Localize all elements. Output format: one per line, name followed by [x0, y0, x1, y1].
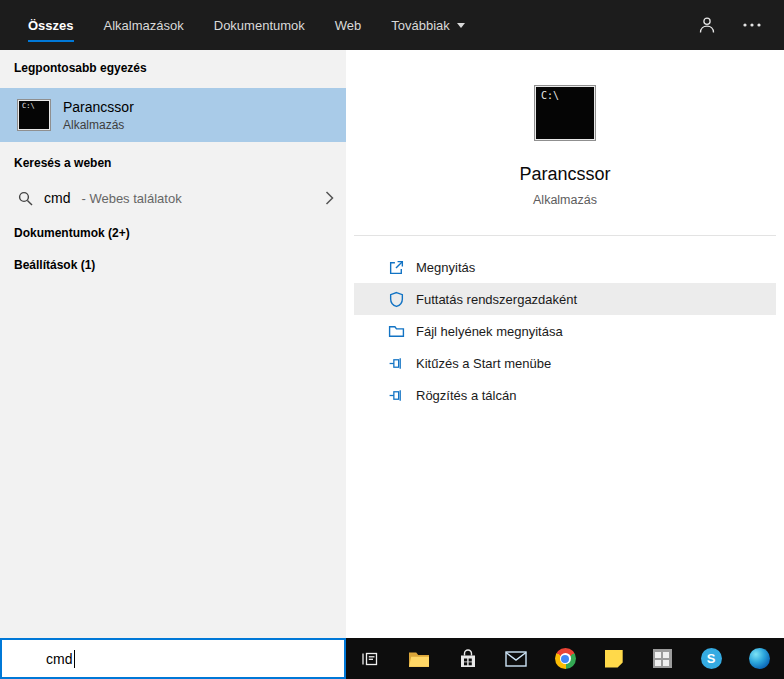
documents-group-header[interactable]: Dokumentumok (2+)	[14, 226, 130, 240]
action-label: Kitűzés a Start menübe	[416, 356, 551, 371]
pin-icon	[388, 387, 405, 404]
action-open-file-location[interactable]: Fájl helyének megnyitása	[354, 315, 776, 347]
best-match-subtitle: Alkalmazás	[63, 118, 134, 132]
context-actions: Megnyitás Futtatás rendszergazdaként Fáj…	[346, 251, 784, 411]
task-view-icon	[360, 649, 380, 669]
tab-apps-label: Alkalmazások	[104, 18, 184, 33]
edge-button[interactable]	[735, 638, 784, 679]
tab-web-label: Web	[335, 18, 362, 33]
pin-icon	[388, 355, 405, 372]
chrome-button[interactable]	[541, 638, 590, 679]
grid-app-button[interactable]	[638, 638, 687, 679]
preview-panel: C:\ Parancssor Alkalmazás Megnyitás	[346, 50, 784, 638]
tab-all-label: Összes	[28, 18, 74, 33]
settings-group-header[interactable]: Beállítások (1)	[14, 258, 95, 272]
mail-icon	[505, 651, 527, 667]
text-caret	[74, 650, 75, 668]
search-input-value: cmd	[46, 651, 72, 667]
search-icon	[18, 191, 33, 206]
web-search-header: Keresés a weben	[14, 156, 111, 170]
mail-button[interactable]	[492, 638, 541, 679]
tab-web[interactable]: Web	[335, 0, 362, 50]
web-search-result[interactable]: cmd - Webes találatok	[0, 182, 346, 214]
app-title: Parancssor	[346, 164, 784, 185]
skype-button[interactable]: S	[687, 638, 736, 679]
cmd-prompt-glyph: C:\	[22, 103, 35, 110]
task-view-button[interactable]	[346, 638, 395, 679]
folder-icon	[388, 323, 405, 340]
tab-all[interactable]: Összes	[28, 0, 74, 50]
sticky-notes-icon	[605, 650, 623, 668]
file-explorer-button[interactable]	[395, 638, 444, 679]
chevron-right-icon	[325, 191, 334, 205]
more-options-icon[interactable]	[742, 22, 762, 28]
chevron-down-icon	[457, 23, 465, 28]
best-match-header: Legpontosabb egyezés	[14, 61, 147, 75]
action-pin-to-start[interactable]: Kitűzés a Start menübe	[354, 347, 776, 379]
open-icon	[388, 259, 405, 276]
app-subtitle: Alkalmazás	[346, 193, 784, 207]
divider	[354, 235, 776, 236]
store-button[interactable]	[443, 638, 492, 679]
skype-icon: S	[701, 648, 722, 669]
user-icon[interactable]	[698, 16, 716, 34]
action-run-as-admin[interactable]: Futtatás rendszergazdaként	[354, 283, 776, 315]
taskbar-pinned-apps: S	[346, 638, 784, 679]
web-query-text: cmd	[44, 190, 70, 206]
best-match-text: Parancssor Alkalmazás	[63, 99, 134, 132]
admin-shield-icon	[388, 291, 405, 308]
best-match-result[interactable]: C:\ Parancssor Alkalmazás	[0, 88, 346, 142]
search-results-panel: Legpontosabb egyezés C:\ Parancssor Alka…	[0, 50, 346, 638]
tab-more[interactable]: Továbbiak	[391, 0, 465, 50]
best-match-title: Parancssor	[63, 99, 134, 115]
store-icon	[459, 649, 477, 669]
file-explorer-icon	[408, 650, 430, 668]
cmd-icon: C:\	[18, 100, 50, 130]
search-topbar: Összes Alkalmazások Dokumentumok Web Tov…	[0, 0, 784, 50]
tab-apps[interactable]: Alkalmazások	[104, 0, 184, 50]
chrome-icon	[555, 648, 576, 669]
web-suffix-text: - Webes találatok	[81, 191, 181, 206]
grid-app-icon	[653, 649, 672, 668]
action-open[interactable]: Megnyitás	[354, 251, 776, 283]
action-label: Rögzítés a tálcán	[416, 388, 516, 403]
sticky-notes-button[interactable]	[589, 638, 638, 679]
cmd-icon-large: C:\	[535, 86, 595, 140]
action-label: Megnyitás	[416, 260, 475, 275]
action-label: Futtatás rendszergazdaként	[416, 292, 577, 307]
tab-documents-label: Dokumentumok	[214, 18, 305, 33]
tab-more-label: Továbbiak	[391, 18, 450, 33]
taskbar-search-input[interactable]: cmd	[0, 638, 346, 679]
search-filter-tabs: Összes Alkalmazások Dokumentumok Web Tov…	[0, 0, 465, 50]
action-pin-to-taskbar[interactable]: Rögzítés a tálcán	[354, 379, 776, 411]
action-label: Fájl helyének megnyitása	[416, 324, 563, 339]
edge-icon	[749, 648, 770, 669]
topbar-actions	[698, 0, 784, 50]
tab-documents[interactable]: Dokumentumok	[214, 0, 305, 50]
windows-search-flyout: Összes Alkalmazások Dokumentumok Web Tov…	[0, 0, 784, 679]
cmd-prompt-glyph: C:\	[541, 91, 559, 101]
